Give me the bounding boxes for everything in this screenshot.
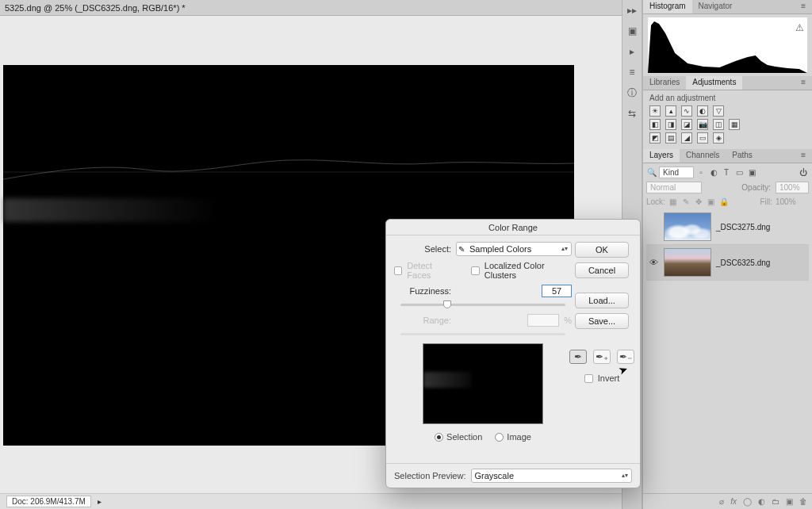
adj-selcol-icon[interactable]: ◈ [713,132,724,144]
histogram-panel-tabs: Histogram Navigator ≡ [643,0,812,14]
adj-exposure-icon[interactable]: ◐ [697,105,708,117]
filter-smart-icon[interactable]: ▣ [746,167,757,178]
trash-icon[interactable]: 🗑 [799,497,807,506]
adj-lookup-icon[interactable]: ▦ [729,119,740,130]
panel-menu-icon[interactable]: ≡ [795,76,812,90]
layer-thumbnail[interactable] [664,212,711,241]
adj-invert-icon[interactable]: ◩ [649,132,661,144]
adj-thresh-icon[interactable]: ◢ [681,132,692,144]
tab-adjustments[interactable]: Adjustments [686,76,742,90]
layer-name[interactable]: _DSC3275.dng [716,223,770,232]
eyedropper-add-icon[interactable]: ✒₊ [593,350,611,364]
slider-knob[interactable] [443,300,451,308]
properties-icon[interactable]: ⇆ [625,106,639,121]
radio-image[interactable]: Image [495,432,531,442]
layers-body: 🔍 Kind ▫ ◐ T ▭ ▣ ⏻ Normal Opacity: 100% … [643,163,812,284]
panel-menu-icon[interactable]: ≡ [795,149,812,163]
tab-histogram[interactable]: Histogram [643,0,692,13]
filter-shape-icon[interactable]: ▭ [733,167,745,178]
histogram-warning-icon[interactable]: ⚠ [795,22,804,33]
histogram-display[interactable]: ⚠ [648,17,807,73]
fuzziness-slider[interactable] [400,304,565,306]
layers-footer: ⌀ fx ◯ ◐ 🗀 ▣ 🗑 [643,493,812,509]
filter-adjust-icon[interactable]: ◐ [708,167,719,178]
lock-label: Lock: [646,197,665,206]
adjustments-panel-tabs: Libraries Adjustments ≡ [643,76,812,90]
new-layer-icon[interactable]: ▣ [786,497,793,506]
lock-pixels-icon[interactable]: ✎ [681,197,691,206]
adjustment-layer-icon[interactable]: ◐ [758,497,765,506]
lock-artboard-icon[interactable]: ▣ [707,197,716,206]
opacity-value[interactable]: 100% [776,182,809,193]
adj-levels-icon[interactable]: ▴ [665,105,676,117]
search-icon[interactable]: 🔍 [646,167,657,178]
lock-all-icon[interactable]: 🔒 [719,197,729,206]
filter-toggle-icon[interactable]: ⏻ [798,167,809,178]
adjustments-body: Add an adjustment ☀ ▴ ∿ ◐ ▽ ◧ ◨ ◪ 📷 ◫ ▦ … [643,90,812,149]
eyedropper-mini-icon: ✎ [458,245,465,254]
tab-paths[interactable]: Paths [726,149,759,163]
chevron-updown-icon: ▴▾ [561,246,568,252]
adj-brightness-icon[interactable]: ☀ [649,105,661,117]
adjustments-hint: Add an adjustment [649,94,806,102]
document-tab-title[interactable]: 5325.dng @ 25% (_DSC6325.dng, RGB/16*) * [5,3,186,13]
lock-position-icon[interactable]: ✥ [694,197,703,206]
lock-trans-icon[interactable]: ▦ [668,197,678,206]
paragraph-icon[interactable]: ≡ [625,65,639,79]
layer-filter-kind[interactable]: Kind [659,166,694,178]
mask-icon[interactable]: ◯ [743,497,752,506]
status-doc-size[interactable]: Doc: 206.9M/413.7M [6,496,91,507]
cancel-button[interactable]: Cancel [575,262,629,278]
select-dropdown[interactable]: ✎ Sampled Colors ▴▾ [456,242,572,256]
load-button[interactable]: Load... [575,293,629,308]
tab-navigator[interactable]: Navigator [692,0,739,13]
layer-thumbnail[interactable] [664,248,711,277]
adj-poster-icon[interactable]: ▤ [665,132,676,144]
radio-selection[interactable]: Selection [435,432,482,442]
localized-checkbox[interactable] [471,266,479,275]
link-layers-icon[interactable]: ⌀ [719,497,724,506]
adj-gradmap-icon[interactable]: ▭ [697,132,708,144]
adj-vibrance-icon[interactable]: ▽ [713,105,724,117]
adj-curves-icon[interactable]: ∿ [681,105,692,117]
tab-libraries[interactable]: Libraries [643,76,686,90]
layer-visibility-icon[interactable]: 👁 [648,258,659,267]
selection-preview-label: Selection Preview: [394,471,466,480]
eyedropper-subtract-icon[interactable]: ✒₋ [617,350,634,364]
layer-name[interactable]: _DSC6325.dng [716,258,770,267]
adj-bw-icon[interactable]: ◪ [681,119,692,130]
selection-preview-thumbnail[interactable] [423,343,543,424]
fuzziness-input[interactable] [542,285,572,297]
selection-preview-dropdown[interactable]: Grayscale ▴▾ [471,469,633,483]
layer-item[interactable]: 👁 _DSC6325.dng [646,245,809,281]
toggle-strip-icon[interactable]: ▸▸ [625,3,639,17]
info-icon[interactable]: ⓘ [625,86,639,100]
group-icon[interactable]: 🗀 [772,497,779,506]
save-button[interactable]: Save... [575,313,629,329]
radio-dot-icon [435,433,443,442]
ok-button[interactable]: OK [575,242,629,258]
eyedropper-icon[interactable]: ✒ [569,350,587,364]
fill-label: Fill: [760,197,772,206]
localized-label: Localized Color Clusters [485,261,572,280]
adj-chanmix-icon[interactable]: ◫ [713,119,724,130]
blend-mode-select[interactable]: Normal [646,182,702,193]
dialog-title[interactable]: Color Range [386,220,640,235]
status-chevron-icon[interactable]: ▸ [98,497,102,506]
invert-checkbox[interactable] [584,374,593,383]
tab-channels[interactable]: Channels [680,149,726,163]
adj-hue-icon[interactable]: ◧ [649,119,661,130]
actions-icon[interactable]: ▸ [625,44,639,59]
adj-colorbal-icon[interactable]: ◨ [665,119,676,130]
filter-type-icon[interactable]: T [721,167,732,178]
tab-layers[interactable]: Layers [643,149,680,163]
filter-pixel-icon[interactable]: ▫ [695,167,707,178]
fx-icon[interactable]: fx [730,497,737,506]
layer-item[interactable]: _DSC3275.dng [646,209,809,245]
history-icon[interactable]: ▣ [625,24,639,38]
range-input [527,314,559,327]
fill-value[interactable]: 100% [776,197,809,206]
adj-photo-icon[interactable]: 📷 [697,119,708,130]
status-bar: Doc: 206.9M/413.7M ▸ [0,493,622,509]
panel-menu-icon[interactable]: ≡ [795,0,812,13]
